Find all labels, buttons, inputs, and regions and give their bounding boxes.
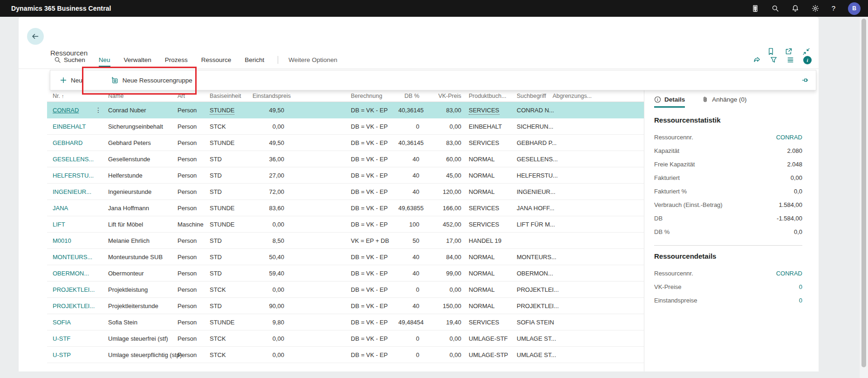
tab-details[interactable]: Details bbox=[654, 96, 685, 108]
cell-nr[interactable]: EINBEHALT bbox=[47, 123, 91, 130]
new-resource-group-button[interactable]: Neue Ressourcengruppe bbox=[111, 76, 192, 84]
cell-nr[interactable]: PROJEKTLEI... bbox=[47, 286, 91, 293]
cell-nr[interactable]: PROJEKTLEI... bbox=[47, 302, 91, 309]
resource-number-link[interactable]: MONTEURS... bbox=[53, 254, 92, 261]
resource-number-link[interactable]: INGENIEUR... bbox=[53, 188, 91, 195]
back-button[interactable] bbox=[27, 28, 44, 45]
pin-icon[interactable] bbox=[801, 76, 809, 84]
table-row[interactable]: PROJEKTLEI...ProjektleiterstundePersonST… bbox=[47, 298, 644, 314]
resource-number-link[interactable]: HELFERSTU... bbox=[53, 172, 94, 179]
field-value[interactable]: CONRAD bbox=[776, 269, 802, 277]
table-row[interactable]: JANAJana HoffmannPersonSTUNDE83,60DB = V… bbox=[47, 200, 644, 216]
table-row[interactable]: U-STFUmlage steuerfrei (stf)PersonSTCK0,… bbox=[47, 330, 644, 347]
field-value[interactable]: 0 bbox=[799, 296, 802, 304]
resource-number-link[interactable]: EINBEHALT bbox=[53, 123, 86, 130]
table-row[interactable]: EINBEHALTSicherungseinbehaltPersonSTCK0,… bbox=[47, 118, 644, 135]
column-header-suchbegriff[interactable]: Suchbegriff bbox=[513, 93, 549, 99]
new-button[interactable]: Neu bbox=[60, 76, 82, 84]
column-header-name[interactable]: Name bbox=[104, 93, 174, 99]
cell-nr[interactable]: LIFT bbox=[47, 221, 91, 228]
cell-name: Conrad Nuber bbox=[104, 107, 174, 114]
ribbon-tab-verwalten[interactable]: Verwalten bbox=[124, 52, 151, 68]
column-header-berechnung[interactable]: Berechnung bbox=[347, 93, 395, 99]
resource-number-link[interactable]: M0010 bbox=[53, 237, 71, 244]
field-value[interactable]: 0 bbox=[799, 283, 802, 291]
field-value[interactable]: CONRAD bbox=[776, 133, 802, 141]
tab-attachments[interactable]: Anhänge (0) bbox=[702, 96, 746, 108]
user-avatar[interactable]: B bbox=[848, 2, 861, 15]
resource-number-link[interactable]: U-STP bbox=[53, 351, 71, 358]
cell-nr[interactable]: GESELLENS... bbox=[47, 156, 91, 163]
resource-number-link[interactable]: CONRAD bbox=[53, 107, 79, 114]
cell-nr[interactable]: U-STP bbox=[47, 351, 91, 358]
table-row[interactable]: M0010Melanie EhrlichPersonSTD8,50VK = EP… bbox=[47, 233, 644, 249]
column-header-nr[interactable]: Nr. ↑ bbox=[47, 93, 91, 99]
cell-nr[interactable]: HELFERSTU... bbox=[47, 172, 91, 179]
company-building-icon[interactable] bbox=[752, 5, 759, 12]
ribbon-tab-neu[interactable]: Neu bbox=[99, 52, 110, 68]
table-row[interactable]: GESELLENS...GesellenstundePersonSTD36,00… bbox=[47, 151, 644, 167]
table-row[interactable]: HELFERSTU...HelferstundePersonSTD27,00DB… bbox=[47, 167, 644, 184]
resource-number-link[interactable]: SOFIA bbox=[53, 319, 71, 326]
search-icon[interactable] bbox=[772, 5, 779, 12]
table-row[interactable]: OBERMON...ObermonteurPersonSTD59,40DB = … bbox=[47, 265, 644, 282]
column-header-basiseinheit[interactable]: Basiseinheit bbox=[206, 93, 249, 99]
resource-number-link[interactable]: OBERMON... bbox=[53, 270, 89, 277]
resource-number-link[interactable]: GESELLENS... bbox=[53, 156, 94, 163]
cell-nr[interactable]: JANA bbox=[47, 205, 91, 212]
ribbon-search[interactable]: Suchen bbox=[54, 56, 85, 63]
detail-field-row: Fakturiert0,00 bbox=[654, 174, 802, 182]
cell-nr[interactable]: OBERMON... bbox=[47, 270, 91, 277]
table-row[interactable]: PROJEKTLEI...ProjektleistungPersonSTCK0,… bbox=[47, 282, 644, 298]
resource-number-link[interactable]: LIFT bbox=[53, 221, 65, 228]
table-row[interactable]: CONRAD⋮Conrad NuberPersonSTUNDE49,50DB =… bbox=[47, 102, 644, 118]
cell-nr[interactable]: CONRAD bbox=[47, 107, 91, 114]
field-label: Einstandspreise bbox=[654, 296, 697, 304]
settings-gear-icon[interactable] bbox=[812, 5, 819, 12]
ribbon-tab-prozess[interactable]: Prozess bbox=[165, 52, 188, 68]
ribbon-tab-ressource[interactable]: Ressource bbox=[201, 52, 232, 68]
column-header-abgrenzung[interactable]: Abgrenzungs... bbox=[549, 93, 644, 99]
cell-basiseinheit: STUNDE bbox=[206, 107, 249, 114]
cell-nr[interactable]: SOFIA bbox=[47, 319, 91, 326]
column-header-db_pct[interactable]: DB % bbox=[395, 93, 423, 99]
filter-icon[interactable] bbox=[770, 56, 778, 64]
help-icon[interactable]: ? bbox=[832, 5, 835, 12]
cell-nr[interactable]: GEBHARD bbox=[47, 139, 91, 146]
ribbon-more-options[interactable]: Weitere Optionen bbox=[288, 56, 337, 63]
choose-columns-icon[interactable] bbox=[786, 56, 794, 64]
info-icon[interactable]: i bbox=[803, 56, 812, 64]
resource-number-link[interactable]: PROJEKTLEI... bbox=[53, 286, 95, 293]
resource-number-link[interactable]: JANA bbox=[53, 205, 68, 212]
cell-suchbegriff: PROJEKTLEI... bbox=[513, 302, 549, 309]
cell-nr[interactable]: U-STF bbox=[47, 335, 91, 342]
cell-berechnung: DB = VK - EP bbox=[347, 286, 395, 293]
cell-nr[interactable]: MONTEURS... bbox=[47, 254, 91, 261]
table-row[interactable]: SOFIASofia SteinPersonSTUNDE9,80DB = VK … bbox=[47, 314, 644, 330]
app-title[interactable]: Dynamics 365 Business Central bbox=[11, 5, 111, 12]
cell-art: Person bbox=[174, 286, 206, 293]
column-header-einstandspreis[interactable]: Einstandspreis bbox=[249, 93, 288, 99]
share-icon[interactable] bbox=[753, 56, 761, 64]
table-row[interactable]: MONTEURS...Monteurstunde SUBPersonSTD50,… bbox=[47, 249, 644, 265]
table-row[interactable]: GEBHARDGebhard PetersPersonSTUNDE49,50DB… bbox=[47, 135, 644, 151]
scrollbar-thumb[interactable] bbox=[861, 19, 866, 367]
vertical-scrollbar[interactable] bbox=[860, 17, 868, 378]
column-header-art[interactable]: Art bbox=[174, 93, 206, 99]
cell-nr[interactable]: M0010 bbox=[47, 237, 91, 244]
cell-einstandspreis: 59,40 bbox=[249, 270, 288, 277]
row-menu-icon[interactable]: ⋮ bbox=[91, 106, 104, 114]
column-header-vk_preis[interactable]: VK-Preis bbox=[423, 93, 465, 99]
cell-einstandspreis: 49,50 bbox=[249, 107, 288, 114]
ribbon-tab-bericht[interactable]: Bericht bbox=[245, 52, 264, 68]
cell-nr[interactable]: INGENIEUR... bbox=[47, 188, 91, 195]
resource-number-link[interactable]: PROJEKTLEI... bbox=[53, 302, 95, 309]
column-header-produktbuch[interactable]: Produktbuch... bbox=[465, 93, 513, 99]
table-row[interactable]: LIFTLift für MöbelMaschineSTUNDE0,00DB =… bbox=[47, 216, 644, 233]
table-row[interactable]: INGENIEUR...IngenieurstundePersonSTD72,0… bbox=[47, 184, 644, 200]
cell-name: Umlage steuerpflichtig (stp) bbox=[104, 351, 174, 358]
resource-number-link[interactable]: GEBHARD bbox=[53, 139, 82, 146]
table-row[interactable]: U-STPUmlage steuerpflichtig (stp)PersonS… bbox=[47, 347, 644, 363]
notifications-bell-icon[interactable] bbox=[792, 5, 799, 12]
resource-number-link[interactable]: U-STF bbox=[53, 335, 70, 342]
